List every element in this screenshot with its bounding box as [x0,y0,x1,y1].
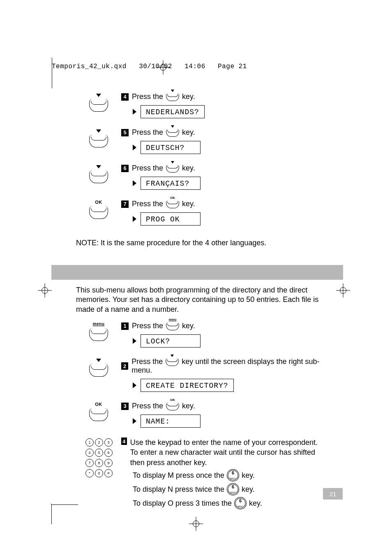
lcd-display: LOCK? [141,334,201,348]
softkey-ok-icon: OK [89,408,108,421]
display-m-line: To display M press once the 6 MNO key. [133,469,331,481]
digit-6-key-icon: 6 MNO [234,497,247,509]
display-n-line: To display N press twice the 6 MNO key. [133,483,331,495]
crop-mark-icon [51,504,78,505]
note-text: NOTE: It is the same procedure for the 4… [76,239,327,247]
print-header-time: 14:06 [184,63,205,70]
softkey-down-icon [166,129,179,137]
lower-step-4: 1 2 3 4 5 6 7 8 9 * 0 # 4 Use the keypad… [76,438,331,511]
digit-6-key-icon: 6 MNO [227,483,239,495]
softkey-down-icon [89,364,108,377]
softkey-down-icon [166,358,179,366]
lcd-display: FRANÇAIS? [141,177,201,190]
step-row-5: 5 Press the key. DEUTSCH? [76,128,327,161]
step-6-text: Press the key. [132,164,195,173]
caret-right-icon [133,180,136,186]
step-row-4: 4 Press the key. NEDERLANDS? [76,92,327,126]
step-number: 6 [121,165,129,172]
softkey-down-icon [166,93,179,101]
step-4-text: Press the key. [132,92,195,101]
step-number: 5 [121,129,129,136]
caret-right-icon [133,216,136,222]
caret-right-icon [133,145,136,150]
softkey-menu-icon: menu [89,328,108,341]
softkey-ok-icon: OK [166,403,179,410]
lcd-display: CREATE DIRECTORY? [141,379,234,392]
caret-right-icon [133,382,136,388]
lcd-display: NAME: [141,415,201,428]
display-o-line: To display O press 3 times the 6 MNO key… [133,497,331,509]
step-number: 2 [121,362,128,370]
step-number: 4 [121,438,127,445]
softkey-menu-icon: menu [166,322,179,330]
page-number-badge: 21 [323,488,343,500]
lower-step3-text: Press the OK key. [132,402,195,410]
registration-mark-icon [336,283,350,297]
softkey-down-icon [89,170,108,183]
crop-mark-icon [51,504,52,524]
caret-right-icon [133,418,136,424]
keypad-icon: 1 2 3 4 5 6 7 8 9 * 0 # [84,438,113,477]
registration-mark-icon [156,60,170,74]
caret-right-icon [133,109,136,115]
softkey-down-icon [89,99,108,112]
softkey-down-icon [89,135,108,147]
lcd-display: PROG OK [141,212,201,226]
step-row-6: 6 Press the key. FRANÇAIS? [76,164,327,197]
lcd-display: DEUTSCH? [141,141,201,154]
softkey-ok-icon: OK [166,200,179,208]
step-5-text: Press the key. [132,128,195,137]
print-mark-vertical [52,58,52,88]
softkey-down-icon [166,165,179,173]
lower-step4-body: Use the keypad to enter the name of your… [130,438,331,467]
section-divider-bar [51,265,343,280]
step-number: 4 [121,93,129,101]
intro-paragraph: This sub-menu allows both programming of… [76,286,331,314]
step-number: 7 [121,200,129,208]
registration-mark-icon [38,283,52,297]
step-number: 1 [121,322,129,330]
lower-step2-text: Press the key until the screen displays … [131,357,331,375]
lower-step-2: 2 Press the key until the screen display… [76,357,331,399]
caret-right-icon [133,338,136,344]
lcd-display: NEDERLANDS? [141,105,205,118]
print-header-page: Page 21 [218,63,247,70]
registration-mark-icon [189,517,203,531]
upper-steps-block: 4 Press the key. NEDERLANDS? 5 [76,92,327,247]
lower-steps-block: This sub-menu allows both programming of… [76,286,331,514]
lower-step-3: OK 3 Press the OK key. NAME: [76,402,331,435]
lower-step1-text: Press the menu key. [132,322,195,330]
step-row-7: OK 7 Press the OK key. PROG OK [76,200,327,233]
softkey-ok-icon: OK [89,206,108,219]
step-7-text: Press the OK key. [132,200,195,208]
print-header: Temporis_42_uk.qxd 30/10/02 14:06 Page 2… [52,63,247,70]
lower-step-1: menu 1 Press the menu key. LOCK? [76,322,331,355]
print-header-file: Temporis_42_uk.qxd [52,63,127,70]
digit-6-key-icon: 6 MNO [227,469,239,481]
step-number: 3 [121,403,129,410]
